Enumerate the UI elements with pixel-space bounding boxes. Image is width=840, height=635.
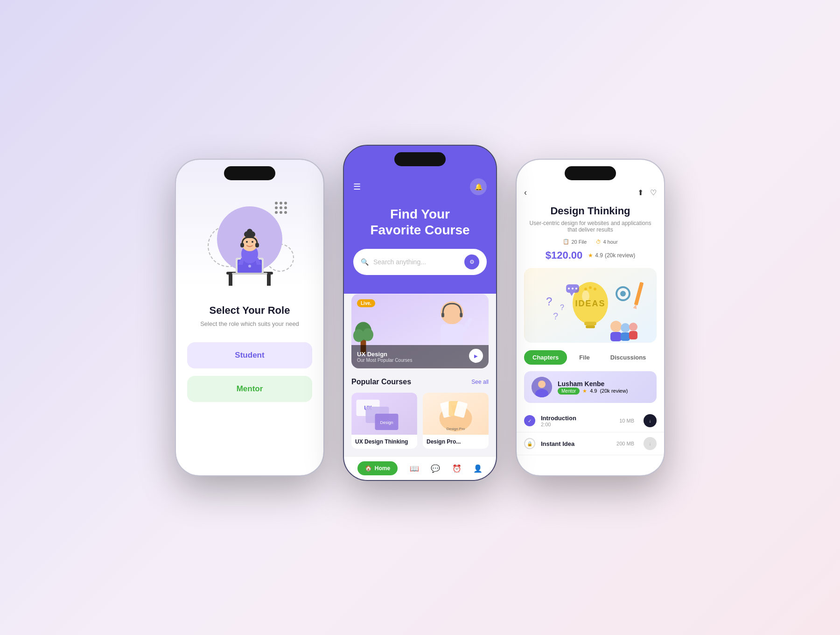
course-card-1[interactable]: UX Design UX Design Thinking [351, 393, 417, 449]
featured-card-title: UX Design [357, 351, 483, 358]
rating-value: 4.9 [595, 252, 603, 259]
live-badge: Live. [357, 299, 375, 307]
mentor-button[interactable]: Mentor [187, 376, 312, 402]
search-bar[interactable]: 🔍 Search anything... ⚙ [353, 249, 487, 275]
svg-rect-54 [610, 332, 622, 341]
illustration-area [203, 197, 296, 290]
course-card-1-image: UX Design [351, 393, 417, 435]
svg-text:?: ? [560, 303, 564, 311]
back-button[interactable]: ‹ [524, 188, 527, 198]
dots-decoration [275, 202, 287, 214]
svg-point-53 [610, 321, 622, 332]
popular-courses-header: Popular Courses See all [351, 378, 489, 386]
svg-point-63 [575, 288, 577, 289]
svg-rect-56 [621, 332, 630, 341]
course-meta: 📋 20 File ⏱ 4 hour [517, 239, 664, 249]
header-actions: ⬆ ♡ [637, 188, 657, 197]
svg-rect-39 [584, 322, 596, 325]
svg-rect-6 [232, 273, 267, 275]
course-title: Design Thinking [517, 205, 664, 220]
svg-point-44 [594, 288, 596, 290]
nav-reminder[interactable]: ⏰ [452, 464, 462, 473]
svg-rect-11 [240, 243, 244, 247]
download-2-button[interactable]: ↓ [644, 437, 657, 450]
phone-2: ☰ 🔔 Find Your Favorite Course 🔍 Search a… [343, 145, 497, 481]
filter-button[interactable]: ⚙ [464, 254, 479, 269]
heart-icon[interactable]: ♡ [650, 188, 657, 197]
search-placeholder-text: Search anything... [373, 258, 460, 266]
tab-discussions[interactable]: Discussions [602, 350, 655, 365]
chapter-1-size: 10 MB [619, 418, 634, 423]
reminder-icon: ⏰ [452, 464, 462, 473]
download-1-button[interactable]: ↓ [644, 414, 657, 427]
tab-file[interactable]: File [571, 350, 598, 365]
chapter-2-info: Instant Idea [541, 440, 611, 447]
svg-point-55 [621, 323, 630, 332]
select-role-subtitle: Select the role which suits your need [200, 320, 299, 327]
svg-point-57 [629, 323, 637, 331]
svg-text:IDEAS: IDEAS [575, 299, 605, 308]
tabs-row: Chapters File Discussions [517, 350, 664, 365]
star-icon: ★ [588, 252, 593, 259]
messages-icon: 💬 [431, 464, 440, 473]
popular-courses-title: Popular Courses [351, 378, 411, 386]
rating-badge: ★ 4.9 (20k review) [588, 252, 635, 259]
phone-3: ‹ ⬆ ♡ Design Thinking User-centric desig… [516, 159, 665, 476]
student-button[interactable]: Student [187, 342, 312, 368]
course-card-2[interactable]: Design Pro Design Pro... [423, 393, 489, 449]
mentor-review: (20k review) [600, 388, 628, 394]
svg-point-14 [252, 241, 253, 243]
profile-icon: 👤 [473, 464, 483, 473]
dynamic-island-1 [224, 166, 275, 180]
nav-messages[interactable]: 💬 [431, 464, 440, 473]
notification-icon[interactable]: 🔔 [470, 178, 487, 195]
chapter-2[interactable]: 🔒 Instant Idea 200 MB ↓ [517, 432, 664, 455]
phones-container: Select Your Role Select the role which s… [147, 126, 693, 509]
share-icon[interactable]: ⬆ [637, 188, 644, 197]
courses-grid: UX Design UX Design Thinking [351, 393, 489, 449]
play-button[interactable]: ▶ [469, 349, 483, 363]
courses-icon: 📖 [410, 464, 419, 473]
chapter-1-check: ✓ [524, 415, 535, 426]
svg-point-24 [363, 328, 374, 341]
nav-home[interactable]: 🏠 Home [357, 461, 398, 475]
mentor-rating: 4.9 [590, 388, 597, 394]
mentor-card[interactable]: Lusham Kenbe Mentor ★ 4.9 (20k review) [524, 371, 657, 403]
hamburger-icon[interactable]: ☰ [353, 182, 361, 192]
person-illustration [222, 220, 278, 290]
svg-rect-12 [255, 243, 259, 247]
chapter-2-name: Instant Idea [541, 440, 611, 447]
chapter-1-time: 2:00 [541, 422, 614, 427]
review-count: (20k review) [605, 252, 635, 259]
mentor-avatar [532, 377, 552, 397]
svg-point-10 [247, 229, 252, 234]
svg-point-50 [620, 291, 626, 296]
tab-chapters[interactable]: Chapters [524, 350, 567, 365]
svg-point-43 [589, 286, 592, 289]
svg-point-62 [572, 288, 574, 289]
select-role-title: Select Your Role [210, 304, 290, 317]
nav-profile[interactable]: 👤 [473, 464, 483, 473]
file-count: 20 File [571, 239, 587, 245]
course-1-title: UX Design Thinking [355, 438, 413, 445]
nav-courses[interactable]: 📖 [410, 464, 419, 473]
featured-card[interactable]: Live. UX Design Our Most Popular Courses… [351, 294, 489, 368]
svg-text:?: ? [546, 295, 552, 308]
screen-2: ☰ 🔔 Find Your Favorite Course 🔍 Search a… [344, 146, 496, 480]
svg-rect-1 [229, 275, 232, 286]
chapter-2-size: 200 MB [616, 441, 634, 446]
chapter-1[interactable]: ✓ Introduction 2:00 10 MB ↓ [517, 409, 664, 432]
course-description: User-centric design for websites and app… [517, 220, 664, 239]
svg-text:Design Pro: Design Pro [447, 427, 465, 431]
course-price-row: $120.00 ★ 4.9 (20k review) [517, 249, 664, 268]
course-2-title: Design Pro... [427, 438, 485, 445]
dynamic-island-3 [565, 166, 616, 180]
svg-text:?: ? [553, 311, 558, 321]
see-all-link[interactable]: See all [471, 379, 489, 385]
svg-rect-2 [267, 275, 271, 286]
phone-1: Select Your Role Select the role which s… [175, 159, 324, 476]
svg-point-13 [246, 241, 248, 243]
home-icon: 🏠 [365, 465, 372, 472]
hero-title: Find Your Favorite Course [353, 206, 487, 238]
chapter-2-lock: 🔒 [524, 438, 535, 449]
